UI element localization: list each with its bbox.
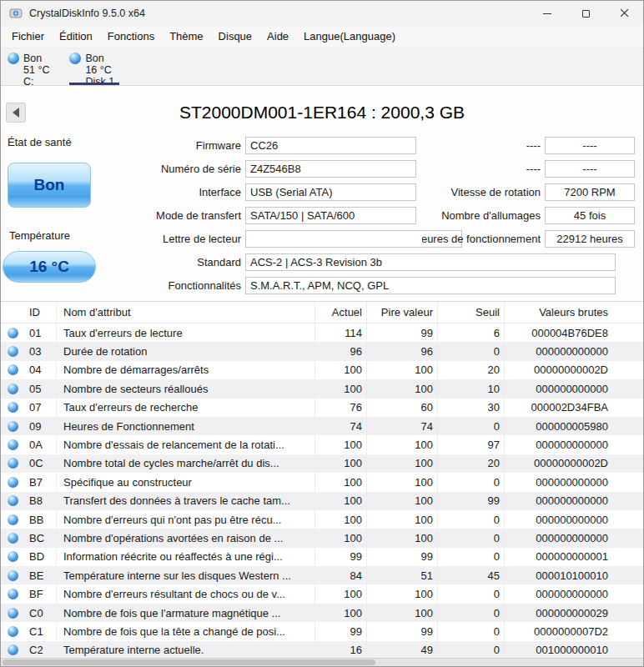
table-row[interactable]: C1 Nombre de fois que la tête a changé d… <box>1 622 643 640</box>
attr-raw-value-cell: 000000000000 <box>504 492 612 510</box>
table-row[interactable]: B7 Spécifique au constructeur 100 100 0 … <box>1 473 643 491</box>
row-orb-cell <box>1 622 24 640</box>
attr-threshold-cell: 30 <box>437 399 504 417</box>
menu-item[interactable]: Édition <box>52 26 100 48</box>
smart-attributes-table: ID Nom d'attribut Actuel Pire valeur Seu… <box>1 301 643 659</box>
menu-item[interactable]: Langue(Language) <box>296 26 403 48</box>
status-orb-icon <box>8 402 18 413</box>
attr-name-cell: Nombre de secteurs réalloués <box>56 379 314 398</box>
attr-worst-cell: 100 <box>366 379 437 398</box>
attr-worst-cell: 49 <box>366 641 437 659</box>
table-row[interactable]: 05 Nombre de secteurs réalloués 100 100 … <box>1 379 643 398</box>
table-row[interactable]: 0C Nombre total de cycles marche/arrêt d… <box>1 454 643 473</box>
attr-threshold-cell: 10 <box>437 379 504 398</box>
attr-name-cell: Nombre d'essais de relancement de la rot… <box>56 435 314 454</box>
table-row[interactable]: BD Information réécrite ou réaffectés à … <box>1 548 643 566</box>
status-orb-icon <box>8 364 18 375</box>
attr-worst-cell: 100 <box>366 435 437 454</box>
attr-current-cell: 100 <box>314 435 366 454</box>
attr-current-cell: 16 <box>314 641 366 659</box>
table-row[interactable]: B8 Transfert des données à travers le ca… <box>1 492 643 510</box>
table-row[interactable]: 07 Taux d'erreurs de recherche 76 60 30 … <box>1 399 643 417</box>
attr-threshold-cell: 0 <box>437 510 504 529</box>
attr-threshold-cell: 0 <box>437 548 504 566</box>
menu-item[interactable]: Fonctions <box>100 26 162 48</box>
table-row[interactable]: C2 Température interne actuelle. 16 49 0… <box>1 641 643 659</box>
attr-current-cell: 76 <box>314 399 366 417</box>
attr-id-cell: C2 <box>24 641 56 659</box>
attr-current-cell: 100 <box>314 492 366 510</box>
menu-item[interactable]: Fichier <box>4 26 52 48</box>
field-value-box: S.M.A.R.T., APM, NCQ, GPL <box>245 277 616 294</box>
field-value-box: CC26 <box>245 137 416 154</box>
horizontal-scrollbar[interactable] <box>1 658 643 666</box>
disk-item[interactable]: Bon 16 °C Disk 1 <box>69 49 134 85</box>
status-orb-icon <box>8 626 18 637</box>
disk-item-top: Bon 16 °C <box>69 53 114 76</box>
attr-current-cell: 84 <box>314 566 366 584</box>
row-orb-cell <box>1 510 24 529</box>
table-row[interactable]: BB Nombre d'erreurs qui n'ont pas pu êtr… <box>1 510 643 529</box>
attr-worst-cell: 99 <box>366 622 437 640</box>
menu-item[interactable]: Thème <box>162 26 210 48</box>
close-button[interactable] <box>605 1 643 26</box>
field-label: ---- <box>422 139 541 152</box>
table-row[interactable]: C0 Nombre de fois que l'armature magnéti… <box>1 604 643 622</box>
attr-id-cell: B8 <box>24 492 56 510</box>
table-row[interactable]: 03 Durée de rotation 96 96 0 00000000000… <box>1 342 643 360</box>
attr-threshold-cell: 0 <box>437 584 504 603</box>
disk-temp-label: 16 °C <box>85 64 111 76</box>
attr-id-cell: BC <box>24 529 56 547</box>
row-orb-cell <box>1 584 24 603</box>
maximize-button[interactable] <box>566 1 605 26</box>
table-row[interactable]: BC Nombre d'opérations avortées en raiso… <box>1 529 643 547</box>
scrollbar-thumb[interactable] <box>3 659 375 665</box>
attr-current-cell: 100 <box>314 379 366 398</box>
attr-name-cell: Spécifique au constructeur <box>56 473 314 491</box>
attr-name-cell: Température interne actuelle. <box>56 641 314 659</box>
table-row[interactable]: 01 Taux d'erreurs de lecture 114 99 6 00… <box>1 323 643 342</box>
attr-threshold-cell: 20 <box>437 361 504 379</box>
field-row: Fonctionnalités S.M.A.R.T., APM, NCQ, GP… <box>1 273 622 297</box>
attr-threshold-cell: 45 <box>437 566 504 584</box>
attr-name-cell: Nombre total de cycles marche/arrêt du d… <box>56 454 314 473</box>
column-header-worst: Pire valeur <box>366 302 437 323</box>
attr-raw-value-cell: 000000000029 <box>504 604 612 622</box>
minimize-button[interactable] <box>528 1 566 26</box>
disk-item[interactable]: Bon 51 °C C: <box>8 49 69 85</box>
row-orb-cell <box>1 399 24 417</box>
status-orb-icon <box>8 346 18 357</box>
attr-name-cell: Heures de Fonctionnement <box>56 417 314 435</box>
orb-column-header <box>1 302 24 323</box>
field-label: Nombre d'allumages <box>422 209 541 222</box>
table-row[interactable]: 04 Nombre de démarrages/arrêts 100 100 2… <box>1 361 643 379</box>
attr-name-cell: Nombre d'opérations avortées en raison d… <box>56 529 314 547</box>
row-orb-cell <box>1 323 24 342</box>
attr-raw-value-cell: 0000000007D2 <box>504 622 612 640</box>
attr-raw-value-cell: 000004B76DE8 <box>504 323 612 342</box>
drive-title: ST2000DM001-1ER164 : 2000,3 GB <box>1 103 643 123</box>
titlebar[interactable]: CrystalDiskInfo 9.5.0 x64 <box>1 1 643 26</box>
table-row[interactable]: BF Nombre d'erreurs résultant de chocs o… <box>1 584 643 603</box>
row-orb-cell <box>1 379 24 398</box>
attr-raw-value-cell: 000000000000 <box>504 379 612 398</box>
drive-info-panel: ST2000DM001-1ER164 : 2000,3 GB État de s… <box>1 86 643 301</box>
field-value-box: Z4Z546B8 <box>245 160 416 178</box>
attr-threshold-cell: 99 <box>437 492 504 510</box>
table-row[interactable]: BE Température interne sur les disques W… <box>1 566 643 584</box>
field-value-box: ---- <box>545 137 635 154</box>
field-value-box: 45 fois <box>545 207 635 224</box>
attr-current-cell: 100 <box>314 510 366 529</box>
menu-bar: Fichier Édition Fonctions Thème Disque A… <box>1 26 643 48</box>
attr-id-cell: 01 <box>24 323 56 342</box>
status-orb-icon <box>8 514 18 525</box>
row-orb-cell <box>1 529 24 547</box>
attr-threshold-cell: 97 <box>437 435 504 454</box>
menu-item[interactable]: Aide <box>259 26 296 48</box>
app-icon <box>9 7 23 20</box>
minimize-icon <box>543 13 551 14</box>
menu-item[interactable]: Disque <box>211 26 259 48</box>
drive-fields-right: ---- ---- ---- ---- Vitesse de rotation … <box>422 133 639 250</box>
table-row[interactable]: 09 Heures de Fonctionnement 74 74 0 0000… <box>1 417 643 435</box>
table-row[interactable]: 0A Nombre d'essais de relancement de la … <box>1 435 643 454</box>
